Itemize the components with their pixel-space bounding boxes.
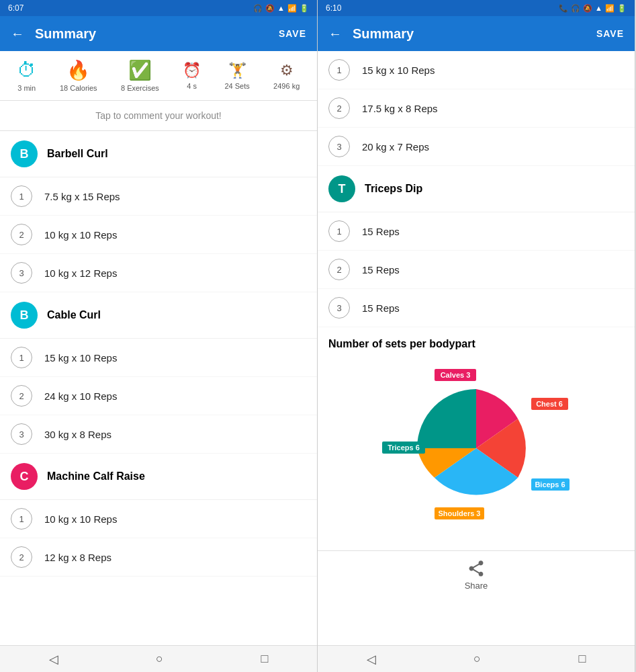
weight-icon: ⚙ — [280, 62, 293, 79]
svg-text:Calves 3: Calves 3 — [441, 371, 471, 379]
exercises-list: B Barbell Curl 1 7.5 kg x 15 Reps 2 10 k… — [0, 131, 317, 645]
svg-text:Chest 6: Chest 6 — [536, 400, 563, 408]
chart-section: Number of sets per bodypart — [318, 327, 635, 550]
set-value: 7.5 kg x 15 Reps — [44, 191, 120, 202]
check-icon: ✅ — [128, 59, 152, 81]
left-save-button[interactable]: SAVE — [279, 28, 306, 39]
right-app-bar: ← Summary SAVE — [318, 16, 635, 51]
set-number: 3 — [328, 136, 350, 157]
cable-curl-avatar: B — [11, 302, 38, 329]
stat-weight-label: 2496 kg — [273, 82, 300, 90]
barbell-curl-header[interactable]: B Barbell Curl — [0, 131, 317, 177]
set-value: 10 kg x 10 Reps — [44, 229, 117, 241]
table-row: 2 24 kg x 10 Reps — [0, 377, 317, 415]
left-app-bar: ← Summary SAVE — [0, 16, 317, 51]
svg-text:Triceps 6: Triceps 6 — [388, 444, 420, 452]
table-row: 1 7.5 kg x 15 Reps — [0, 177, 317, 216]
table-row: 2 12 kg x 8 Reps — [0, 538, 317, 577]
share-section[interactable]: Share — [318, 550, 635, 599]
set-number: 2 — [11, 546, 32, 568]
recent-nav-button[interactable]: □ — [261, 652, 268, 666]
set-number: 1 — [11, 347, 32, 368]
right-nav-bar: ◁ ○ □ — [318, 645, 635, 672]
comment-bar[interactable]: Tap to comment your workout! — [0, 101, 317, 131]
timer-icon: ⏱ — [17, 59, 36, 81]
table-row: 3 20 kg x 7 Reps — [318, 128, 635, 166]
right-save-button[interactable]: SAVE — [596, 28, 624, 39]
stat-time2-label: 4 s — [187, 82, 197, 90]
left-status-icons: 🎧🔕▲📶🔋 — [253, 4, 309, 13]
chart-title: Number of sets per bodypart — [328, 338, 624, 350]
calf-raise-name: Machine Calf Raise — [47, 470, 145, 482]
svg-text:Biceps 6: Biceps 6 — [535, 480, 565, 489]
table-row: 1 15 Reps — [318, 212, 635, 251]
set-value: 12 kg x 8 Reps — [44, 552, 111, 563]
fire-icon: 🔥 — [66, 59, 90, 81]
table-row: 2 17.5 kg x 8 Reps — [318, 89, 635, 128]
stat-time2: ⏰ 4 s — [183, 62, 201, 90]
set-number: 2 — [11, 224, 32, 245]
right-recent-nav-button[interactable]: □ — [578, 652, 586, 666]
right-panel: 6:10 📞🎧🔕▲📶🔋 ← Summary SAVE 1 15 kg x 10 … — [318, 0, 635, 672]
right-scroll-content: 1 15 kg x 10 Reps 2 17.5 kg x 8 Reps 3 2… — [318, 51, 635, 645]
table-row: 3 30 kg x 8 Reps — [0, 415, 317, 454]
set-value: 30 kg x 8 Reps — [44, 429, 111, 440]
stat-time: ⏱ 3 min — [17, 59, 36, 92]
set-value: 15 kg x 10 Reps — [362, 65, 435, 76]
triceps-dip-name: Triceps Dip — [365, 183, 422, 195]
right-status-icons: 📞🎧🔕▲📶🔋 — [559, 4, 627, 13]
share-label: Share — [465, 581, 488, 591]
calf-raise-header[interactable]: C Machine Calf Raise — [0, 454, 317, 500]
left-app-title: Summary — [35, 26, 279, 42]
stat-exercises: ✅ 8 Exercises — [121, 59, 159, 92]
set-number: 3 — [328, 297, 350, 319]
set-number: 2 — [328, 259, 350, 280]
right-status-bar: 6:10 📞🎧🔕▲📶🔋 — [318, 0, 635, 16]
set-number: 2 — [11, 385, 32, 407]
cable-curl-header[interactable]: B Cable Curl — [0, 292, 317, 339]
left-nav-bar: ◁ ○ □ — [0, 645, 317, 672]
table-row: 1 10 kg x 10 Reps — [0, 500, 317, 538]
table-row: 3 10 kg x 12 Reps — [0, 254, 317, 292]
left-panel: 6:07 🎧🔕▲📶🔋 ← Summary SAVE ⏱ 3 min 🔥 18 C… — [0, 0, 318, 672]
set-number: 1 — [328, 59, 350, 81]
table-row: 1 15 kg x 10 Reps — [318, 51, 635, 89]
left-status-bar: 6:07 🎧🔕▲📶🔋 — [0, 0, 317, 16]
set-value: 10 kg x 12 Reps — [44, 267, 117, 279]
barbell-icon: 🏋 — [228, 62, 246, 79]
table-row: 2 10 kg x 10 Reps — [0, 216, 317, 254]
stat-exercises-label: 8 Exercises — [121, 84, 159, 92]
set-number: 3 — [11, 262, 32, 284]
cable-curl-name: Cable Curl — [47, 309, 101, 321]
stat-weight: ⚙ 2496 kg — [273, 62, 300, 90]
pie-chart: Calves 3 Chest 6 Biceps 6 Shoulders 3 — [375, 361, 577, 529]
set-value: 15 kg x 10 Reps — [44, 352, 117, 364]
alarm-icon: ⏰ — [183, 62, 201, 79]
left-time: 6:07 — [8, 3, 24, 13]
set-number: 1 — [328, 220, 350, 242]
set-value: 10 kg x 10 Reps — [44, 513, 117, 525]
stats-row: ⏱ 3 min 🔥 18 Calories ✅ 8 Exercises ⏰ 4 … — [0, 51, 317, 101]
svg-text:Shoulders 3: Shoulders 3 — [439, 509, 481, 517]
right-back-button[interactable]: ← — [328, 26, 342, 42]
set-value: 24 kg x 10 Reps — [44, 390, 117, 402]
table-row: 1 15 kg x 10 Reps — [0, 339, 317, 377]
set-value: 17.5 kg x 8 Reps — [362, 103, 438, 114]
home-nav-button[interactable]: ○ — [156, 652, 163, 666]
right-app-title: Summary — [353, 26, 596, 42]
barbell-curl-avatar: B — [11, 140, 38, 167]
set-value: 15 Reps — [362, 226, 400, 237]
right-time: 6:10 — [326, 3, 341, 13]
table-row: 3 15 Reps — [318, 289, 635, 327]
left-back-button[interactable]: ← — [11, 26, 24, 42]
triceps-dip-avatar: T — [328, 175, 355, 202]
barbell-curl-name: Barbell Curl — [47, 148, 108, 160]
set-number: 1 — [11, 185, 32, 207]
triceps-dip-header[interactable]: T Triceps Dip — [318, 166, 635, 212]
comment-text: Tap to comment your workout! — [95, 110, 222, 121]
table-row: 2 15 Reps — [318, 251, 635, 289]
right-back-nav-button[interactable]: ◁ — [367, 652, 376, 667]
right-home-nav-button[interactable]: ○ — [473, 652, 481, 666]
stat-sets-label: 24 Sets — [224, 82, 249, 90]
back-nav-button[interactable]: ◁ — [49, 652, 58, 667]
